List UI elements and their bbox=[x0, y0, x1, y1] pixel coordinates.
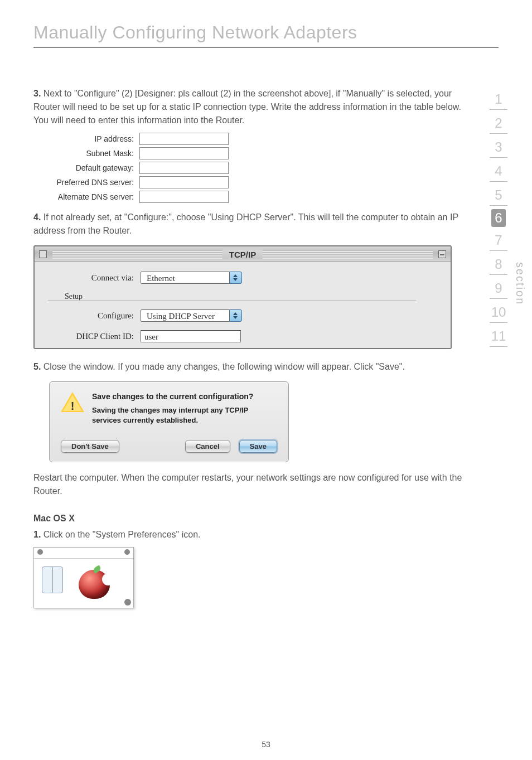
connect-via-label: Connect via: bbox=[51, 273, 141, 283]
alternate-dns-label: Alternate DNS server: bbox=[50, 192, 139, 201]
gear-icon bbox=[124, 599, 131, 606]
tcpip-window: TCP/IP Connect via: Ethernet Setup Confi… bbox=[33, 245, 452, 349]
default-gateway-label: Default gateway: bbox=[50, 163, 139, 172]
page-number: 53 bbox=[262, 740, 270, 749]
dont-save-button[interactable]: Don't Save bbox=[61, 440, 119, 453]
step-4: 4. If not already set, at "Configure:", … bbox=[33, 211, 468, 238]
page-title: Manually Configuring Network Adapters bbox=[33, 22, 499, 48]
ip-row: Preferred DNS server: bbox=[50, 176, 468, 188]
ip-row: Subnet Mask: bbox=[50, 147, 468, 159]
save-changes-dialog: ! Save changes to the current configurat… bbox=[49, 381, 289, 462]
ip-row: Alternate DNS server: bbox=[50, 191, 468, 203]
nav-9[interactable]: 9 bbox=[490, 278, 507, 299]
restart-text: Restart the computer. When the computer … bbox=[33, 471, 468, 498]
system-preferences-icon-block bbox=[33, 547, 134, 608]
nav-3[interactable]: 3 bbox=[490, 137, 507, 158]
ip-address-label: IP address: bbox=[50, 134, 139, 143]
ip-row: IP address: bbox=[50, 133, 468, 145]
step-5: 5. Close the window. If you made any cha… bbox=[33, 360, 468, 374]
dialog-heading: Save changes to the current configuratio… bbox=[92, 392, 277, 401]
apple-icon bbox=[73, 563, 118, 602]
macosx-step-1: 1. Click on the "System Preferences" ico… bbox=[33, 528, 468, 541]
macosx-step-1-text: Click on the "System Preferences" icon. bbox=[41, 530, 200, 539]
close-icon[interactable] bbox=[39, 250, 47, 258]
warning-icon: ! bbox=[61, 392, 84, 413]
dhcp-client-id-input[interactable]: user bbox=[141, 330, 241, 342]
dialog-subtext: Saving the changes may interrupt any TCP… bbox=[92, 405, 277, 425]
ip-settings-table: IP address: Subnet Mask: Default gateway… bbox=[50, 133, 468, 203]
section-label: section bbox=[514, 262, 526, 305]
step-5-text: Close the window. If you made any change… bbox=[41, 362, 405, 371]
titlebar-stripes: TCP/IP bbox=[52, 250, 433, 259]
window-body: Connect via: Ethernet Setup Configure: U… bbox=[35, 262, 451, 348]
dropdown-arrows-icon bbox=[230, 272, 242, 284]
save-button[interactable]: Save bbox=[239, 440, 277, 453]
section-nav: 1 2 3 4 5 6 7 8 9 10 11 bbox=[482, 89, 515, 350]
macosx-heading: Mac OS X bbox=[33, 514, 468, 524]
step-4-number: 4. bbox=[33, 212, 41, 222]
step-4-text: If not already set, at "Configure:", cho… bbox=[33, 212, 458, 235]
step-3: 3. Next to "Configure" (2) [Designer: pl… bbox=[33, 87, 468, 127]
configure-value: Using DHCP Server bbox=[141, 309, 230, 322]
subnet-mask-input[interactable] bbox=[139, 147, 229, 159]
dhcp-client-id-label: DHCP Client ID: bbox=[51, 332, 141, 341]
nav-11[interactable]: 11 bbox=[490, 326, 507, 347]
alternate-dns-input[interactable] bbox=[139, 191, 229, 203]
preferred-dns-input[interactable] bbox=[139, 176, 229, 188]
connect-via-value: Ethernet bbox=[141, 272, 230, 284]
step-3-number: 3. bbox=[33, 89, 41, 98]
nav-5[interactable]: 5 bbox=[490, 185, 507, 206]
nav-1[interactable]: 1 bbox=[490, 89, 507, 110]
step-3-text: Next to "Configure" (2) [Designer: pls c… bbox=[33, 89, 461, 125]
connect-via-select[interactable]: Ethernet bbox=[141, 271, 242, 284]
nav-4[interactable]: 4 bbox=[490, 161, 507, 182]
nav-2[interactable]: 2 bbox=[490, 113, 507, 134]
cancel-button[interactable]: Cancel bbox=[185, 440, 230, 453]
ip-address-input[interactable] bbox=[139, 133, 229, 145]
window-titlebar[interactable]: TCP/IP bbox=[35, 246, 451, 262]
collapse-icon[interactable] bbox=[438, 250, 446, 258]
ip-row: Default gateway: bbox=[50, 162, 468, 174]
dropdown-arrows-icon bbox=[230, 309, 242, 322]
nav-7[interactable]: 7 bbox=[490, 230, 507, 251]
window-title: TCP/IP bbox=[223, 249, 263, 259]
macosx-step-1-number: 1. bbox=[33, 530, 41, 539]
finder-icon bbox=[42, 567, 63, 593]
preferred-dns-label: Preferred DNS server: bbox=[50, 178, 139, 187]
dock-dot-icon bbox=[37, 549, 43, 555]
configure-select[interactable]: Using DHCP Server bbox=[141, 309, 242, 322]
subnet-mask-label: Subnet Mask: bbox=[50, 149, 139, 158]
default-gateway-input[interactable] bbox=[139, 162, 229, 174]
dock-dot-icon bbox=[124, 549, 130, 555]
nav-10[interactable]: 10 bbox=[490, 302, 507, 323]
setup-divider bbox=[48, 300, 416, 301]
step-5-number: 5. bbox=[33, 362, 41, 371]
nav-6[interactable]: 6 bbox=[491, 209, 506, 227]
nav-8[interactable]: 8 bbox=[490, 254, 507, 275]
configure-label: Configure: bbox=[51, 311, 141, 321]
